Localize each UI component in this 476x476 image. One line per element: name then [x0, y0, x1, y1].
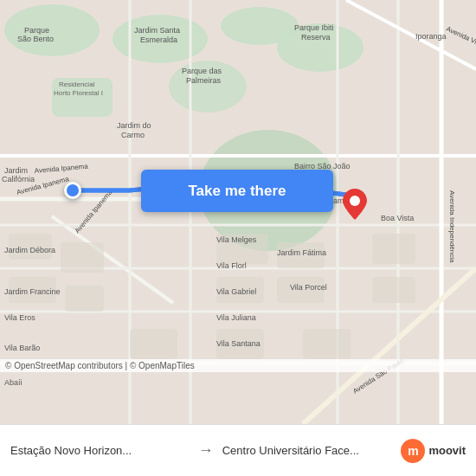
svg-text:Jardim Fátima: Jardim Fátima — [277, 248, 326, 257]
svg-text:Jardim Débora: Jardim Débora — [4, 246, 55, 254]
moovit-icon: m — [401, 439, 425, 463]
svg-text:Jardim: Jardim — [4, 166, 28, 175]
from-label: Estação Novo Horizon... — [10, 444, 132, 457]
svg-rect-23 — [61, 242, 104, 273]
svg-text:Horto Florestal I: Horto Florestal I — [54, 89, 103, 97]
svg-text:Jardim do: Jardim do — [117, 121, 151, 130]
svg-text:Iporanga: Iporanga — [415, 32, 447, 41]
origin-marker — [64, 182, 81, 199]
from-location: Estação Novo Horizon... — [10, 444, 190, 457]
svg-text:Jardim Francine: Jardim Francine — [4, 287, 61, 296]
map-container: Parque São Bento Jardim Santa Esmeralda … — [0, 0, 476, 424]
svg-text:Esmeralda: Esmeralda — [140, 35, 177, 44]
bottom-bar: Estação Novo Horizon... → Centro Univers… — [0, 424, 476, 476]
destination-marker — [343, 189, 367, 220]
svg-rect-32 — [130, 329, 177, 359]
svg-text:Vila Melges: Vila Melges — [216, 235, 257, 244]
svg-text:São Bento: São Bento — [17, 35, 54, 43]
svg-point-1 — [4, 4, 100, 56]
map-attribution: © OpenStreetMap contributors | © OpenMap… — [0, 359, 476, 372]
svg-text:Jardim Santa: Jardim Santa — [134, 26, 180, 35]
svg-text:Carmo: Carmo — [121, 131, 145, 139]
moovit-brand: moovit — [428, 444, 466, 457]
take-me-there-button[interactable]: Take me there — [141, 170, 333, 212]
svg-text:Vila Juliana: Vila Juliana — [216, 313, 256, 322]
svg-text:Califórnia: Califórnia — [2, 175, 35, 183]
svg-text:Vila Santana: Vila Santana — [216, 339, 261, 348]
svg-rect-34 — [303, 329, 351, 359]
svg-text:Vila Florl: Vila Florl — [216, 261, 247, 270]
moovit-logo: m moovit — [401, 439, 466, 463]
svg-text:Parque Ibiti: Parque Ibiti — [294, 23, 334, 32]
svg-rect-25 — [65, 286, 104, 312]
to-label: Centro Universitário Face... — [222, 444, 359, 457]
svg-text:Vila Porcel: Vila Porcel — [290, 283, 327, 292]
svg-text:Vila Eros: Vila Eros — [4, 313, 35, 322]
svg-text:Reserva: Reserva — [301, 33, 331, 42]
svg-rect-30 — [372, 234, 415, 264]
to-location: Centro Universitário Face... — [222, 444, 402, 457]
svg-text:Residencial: Residencial — [59, 80, 95, 88]
svg-text:Vila Barão: Vila Barão — [4, 344, 40, 352]
svg-text:Boa Vista: Boa Vista — [381, 214, 414, 222]
svg-text:Parque: Parque — [24, 26, 49, 35]
svg-point-71 — [350, 196, 360, 206]
svg-text:Parque das: Parque das — [182, 67, 222, 75]
svg-text:Avenida Independência: Avenida Independência — [448, 190, 456, 263]
svg-rect-31 — [372, 277, 415, 303]
svg-text:Vila Gabriel: Vila Gabriel — [216, 287, 256, 296]
arrow-icon: → — [198, 441, 214, 460]
svg-text:Abaíi: Abaíi — [4, 378, 23, 387]
svg-text:Palmeiras: Palmeiras — [186, 76, 222, 85]
